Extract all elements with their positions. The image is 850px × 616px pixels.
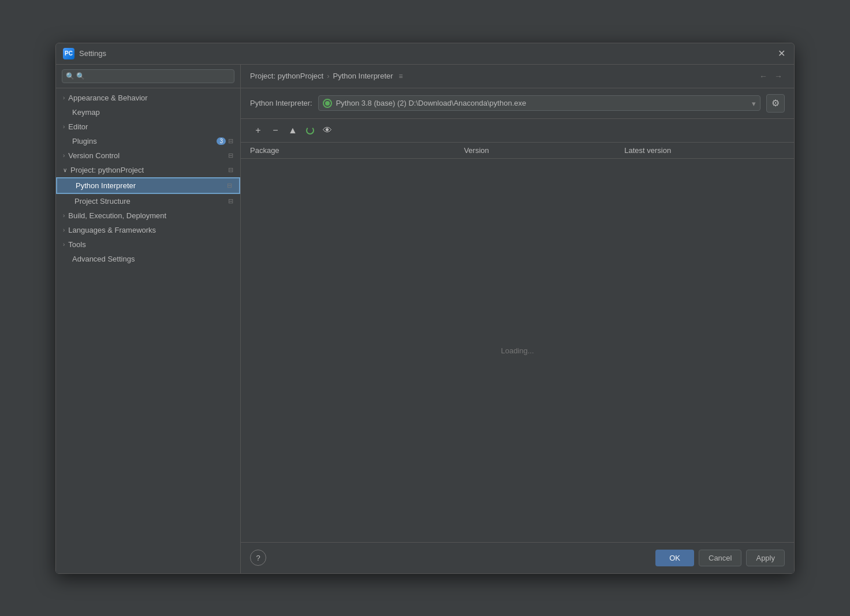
sidebar: 🔍 › Appearance & Behavior Keymap › Edito bbox=[56, 65, 241, 573]
sidebar-item-label: Python Interpreter bbox=[76, 181, 227, 190]
sidebar-item-label: Tools bbox=[68, 240, 233, 249]
chevron-icon: › bbox=[63, 212, 65, 219]
nav-arrows: ← → bbox=[757, 70, 785, 82]
title-bar-left: PC Settings bbox=[63, 48, 106, 59]
interpreter-select[interactable]: Python 3.8 (base) (2) D:\Download\Anacon… bbox=[318, 95, 760, 111]
sidebar-item-advanced-settings[interactable]: Advanced Settings bbox=[56, 252, 240, 266]
interpreter-settings-button[interactable]: ⚙ bbox=[766, 94, 785, 113]
search-input[interactable] bbox=[62, 69, 234, 83]
sidebar-item-tools[interactable]: › Tools bbox=[56, 237, 240, 252]
column-latest: Latest version bbox=[624, 146, 785, 155]
chevron-icon: › bbox=[63, 227, 65, 233]
sidebar-item-project-structure[interactable]: Project Structure ⊟ bbox=[56, 194, 240, 208]
chevron-icon: › bbox=[63, 152, 65, 159]
breadcrumb: Project: pythonProject › Python Interpre… bbox=[250, 72, 403, 80]
dialog-content: 🔍 › Appearance & Behavior Keymap › Edito bbox=[56, 65, 794, 573]
up-button[interactable]: ▲ bbox=[285, 122, 301, 139]
interpreter-status-icon bbox=[323, 99, 332, 108]
sidebar-item-label: Keymap bbox=[63, 108, 233, 117]
apply-button[interactable]: Apply bbox=[746, 550, 785, 566]
layout-icon: ⊟ bbox=[228, 166, 233, 174]
refresh-button[interactable] bbox=[302, 122, 318, 139]
close-button[interactable]: ✕ bbox=[776, 48, 787, 59]
breadcrumb-separator: › bbox=[327, 72, 329, 80]
sidebar-item-label: Version Control bbox=[68, 151, 228, 160]
column-version: Version bbox=[464, 146, 624, 155]
sidebar-item-version-control[interactable]: › Version Control ⊟ bbox=[56, 148, 240, 163]
sidebar-item-label: Advanced Settings bbox=[63, 255, 233, 263]
app-icon: PC bbox=[63, 48, 74, 59]
plugins-badge: 3 bbox=[217, 137, 226, 145]
search-wrapper: 🔍 bbox=[62, 69, 234, 83]
dialog-footer: ? OK Cancel Apply bbox=[241, 542, 794, 573]
breadcrumb-part1: Project: pythonProject bbox=[250, 72, 323, 80]
sidebar-item-languages[interactable]: › Languages & Frameworks bbox=[56, 223, 240, 237]
sidebar-item-python-interpreter[interactable]: Python Interpreter ⊟ bbox=[56, 177, 240, 194]
layout-icon: ⊟ bbox=[228, 152, 233, 159]
layout-icon: ⊟ bbox=[227, 182, 232, 189]
packages-toolbar: + − ▲ 👁 bbox=[241, 119, 794, 143]
remove-package-button[interactable]: − bbox=[267, 122, 284, 139]
sidebar-item-label: Appearance & Behavior bbox=[68, 94, 233, 102]
back-button[interactable]: ← bbox=[757, 70, 770, 82]
layout-icon: ⊟ bbox=[228, 137, 233, 145]
sidebar-item-plugins[interactable]: Plugins 3 ⊟ bbox=[56, 134, 240, 148]
packages-table-header: Package Version Latest version bbox=[241, 143, 794, 159]
search-icon: 🔍 bbox=[66, 72, 74, 80]
interpreter-row: Python Interpreter: Python 3.8 (base) (2… bbox=[241, 88, 794, 119]
sidebar-item-label: Build, Execution, Deployment bbox=[68, 211, 233, 220]
sidebar-item-label: Project: pythonProject bbox=[70, 166, 228, 174]
main-header: Project: pythonProject › Python Interpre… bbox=[241, 65, 794, 88]
sidebar-item-build[interactable]: › Build, Execution, Deployment bbox=[56, 208, 240, 223]
sidebar-item-project[interactable]: ∨ Project: pythonProject ⊟ bbox=[56, 163, 240, 177]
chevron-icon: ∨ bbox=[63, 167, 67, 173]
interpreter-select-wrapper: Python 3.8 (base) (2) D:\Download\Anacon… bbox=[318, 95, 760, 111]
breadcrumb-menu-icon[interactable]: ≡ bbox=[399, 72, 403, 80]
settings-dialog: PC Settings ✕ 🔍 › Appearance & Behavior bbox=[55, 43, 795, 574]
chevron-icon: › bbox=[63, 241, 65, 248]
sidebar-item-editor[interactable]: › Editor bbox=[56, 120, 240, 134]
layout-icon: ⊟ bbox=[228, 197, 233, 205]
title-bar: PC Settings ✕ bbox=[56, 43, 794, 65]
dialog-title: Settings bbox=[79, 49, 106, 58]
packages-table-body: Loading... bbox=[241, 159, 794, 542]
sidebar-item-label: Languages & Frameworks bbox=[68, 226, 233, 234]
sidebar-item-keymap[interactable]: Keymap bbox=[56, 105, 240, 120]
spinner-icon bbox=[306, 126, 314, 135]
add-package-button[interactable]: + bbox=[250, 122, 266, 139]
search-bar: 🔍 bbox=[56, 65, 240, 88]
cancel-button[interactable]: Cancel bbox=[699, 550, 741, 566]
ok-button[interactable]: OK bbox=[655, 550, 694, 566]
breadcrumb-part2: Python Interpreter bbox=[333, 72, 393, 80]
help-button[interactable]: ? bbox=[250, 550, 266, 566]
forward-button[interactable]: → bbox=[772, 70, 785, 82]
sidebar-item-appearance[interactable]: › Appearance & Behavior bbox=[56, 91, 240, 105]
chevron-icon: › bbox=[63, 124, 65, 130]
column-package: Package bbox=[250, 146, 464, 155]
nav-items: › Appearance & Behavior Keymap › Editor … bbox=[56, 88, 240, 573]
main-panel: Project: pythonProject › Python Interpre… bbox=[241, 65, 794, 573]
chevron-icon: › bbox=[63, 95, 65, 101]
eye-button[interactable]: 👁 bbox=[319, 122, 335, 139]
interpreter-label: Python Interpreter: bbox=[250, 99, 312, 107]
sidebar-item-label: Editor bbox=[68, 122, 233, 131]
loading-indicator: Loading... bbox=[501, 346, 534, 354]
action-buttons: OK Cancel Apply bbox=[655, 550, 785, 566]
sidebar-item-label: Project Structure bbox=[74, 197, 228, 206]
sidebar-item-label: Plugins bbox=[63, 137, 217, 145]
